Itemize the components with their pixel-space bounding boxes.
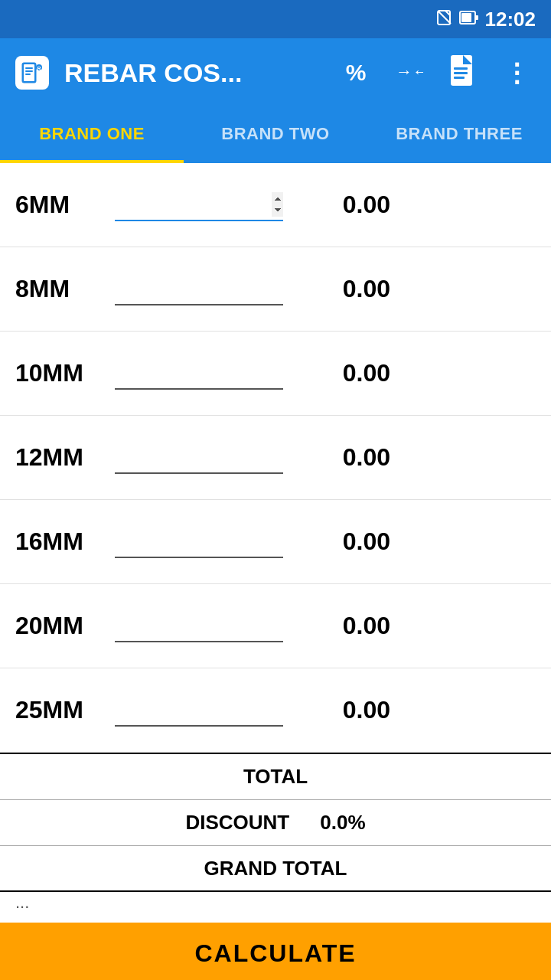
app-title: REBAR COS... (64, 58, 321, 88)
tab-brand-two[interactable]: BRAND TWO (184, 107, 367, 161)
rebar-label-12mm: 12MM (15, 443, 99, 472)
signal-icon (436, 9, 453, 30)
grand-total-label: GRAND TOTAL (204, 857, 347, 880)
discount-value: 0.0% (320, 811, 365, 835)
rebar-row-16mm: 16MM 0.00 (0, 500, 551, 584)
rebar-label-25mm: 25MM (15, 696, 99, 724)
svg-rect-13 (451, 55, 472, 86)
rebar-label-6mm: 6MM (15, 191, 99, 219)
tab-brand-three[interactable]: BRAND THREE (367, 107, 551, 161)
rebar-input-10mm[interactable] (115, 358, 283, 390)
svg-rect-8 (25, 70, 33, 72)
status-icons: 12:02 (436, 8, 536, 31)
rebar-value-6mm: 0.00 (298, 191, 390, 219)
svg-text:R: R (37, 66, 41, 71)
app-bar: R REBAR COS... % →← ⋮ (0, 38, 551, 107)
svg-text:→←: →← (396, 62, 423, 80)
rebar-label-16mm: 16MM (15, 528, 99, 556)
rebar-rows: 6MM 0.00 8MM 0.00 10MM 0.00 12MM 0.00 16… (0, 163, 551, 753)
app-icon: R (15, 56, 49, 90)
document-icon-button[interactable] (444, 54, 482, 93)
calculate-button[interactable]: CALCULATE (0, 923, 551, 980)
rebar-input-6mm[interactable] (115, 189, 283, 221)
arrow-icon-button[interactable]: →← (390, 60, 429, 86)
rebar-row-20mm: 20MM 0.00 (0, 584, 551, 668)
tab-brand-one[interactable]: BRAND ONE (0, 107, 184, 161)
total-row: TOTAL (0, 754, 551, 800)
svg-rect-6 (24, 64, 34, 81)
rebar-row-8mm: 8MM 0.00 (0, 247, 551, 332)
svg-rect-3 (461, 13, 471, 22)
rebar-value-25mm: 0.00 (298, 696, 390, 724)
rebar-row-6mm: 6MM 0.00 (0, 163, 551, 247)
total-label: TOTAL (243, 765, 308, 789)
grand-total-row: GRAND TOTAL (0, 846, 551, 892)
rebar-input-20mm[interactable] (115, 610, 283, 642)
rebar-label-8mm: 8MM (15, 275, 99, 303)
rebar-value-8mm: 0.00 (298, 275, 390, 303)
rebar-input-12mm[interactable] (115, 442, 283, 474)
rebar-value-16mm: 0.00 (298, 528, 390, 556)
rebar-label-20mm: 20MM (15, 612, 99, 640)
discount-row: DISCOUNT 0.0% (0, 800, 551, 846)
svg-rect-15 (454, 67, 468, 70)
main-content: 6MM 0.00 8MM 0.00 10MM 0.00 12MM 0.00 16… (0, 163, 551, 980)
rebar-input-8mm[interactable] (115, 273, 283, 305)
battery-icon (459, 9, 479, 30)
svg-rect-17 (454, 77, 465, 79)
rebar-input-16mm[interactable] (115, 526, 283, 558)
extra-row: ··· (0, 892, 551, 923)
rebar-value-10mm: 0.00 (298, 359, 390, 387)
svg-rect-7 (25, 67, 33, 69)
rebar-row-10mm: 10MM 0.00 (0, 332, 551, 416)
svg-rect-16 (454, 72, 468, 74)
more-menu-button[interactable]: ⋮ (497, 57, 536, 88)
svg-rect-4 (475, 15, 478, 20)
svg-rect-9 (25, 74, 31, 75)
extra-dots: ··· (15, 897, 29, 916)
percent-icon-button[interactable]: % (337, 60, 375, 86)
rebar-value-12mm: 0.00 (298, 443, 390, 472)
rebar-row-25mm: 25MM 0.00 (0, 668, 551, 753)
tabs-bar: BRAND ONE BRAND TWO BRAND THREE (0, 107, 551, 163)
summary-section: TOTAL DISCOUNT 0.0% GRAND TOTAL (0, 753, 551, 892)
rebar-value-20mm: 0.00 (298, 612, 390, 640)
rebar-row-12mm: 12MM 0.00 (0, 416, 551, 500)
rebar-input-25mm[interactable] (115, 694, 283, 727)
status-bar: 12:02 (0, 0, 551, 38)
discount-label: DISCOUNT (185, 811, 289, 835)
rebar-label-10mm: 10MM (15, 359, 99, 387)
status-time: 12:02 (485, 8, 536, 31)
